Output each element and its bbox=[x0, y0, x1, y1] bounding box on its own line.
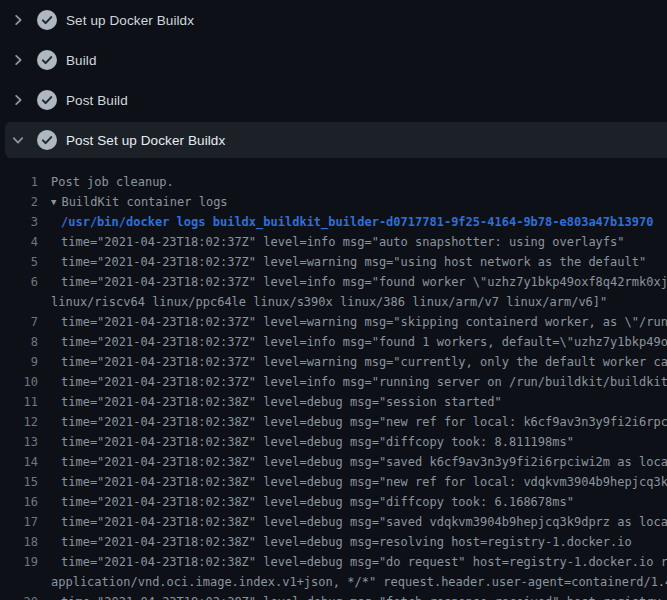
line-number[interactable]: 12 bbox=[0, 412, 38, 432]
log-row: 20 time="2021-04-23T18:02:38Z" level=deb… bbox=[0, 592, 667, 600]
log-row: 13 time="2021-04-23T18:02:38Z" level=deb… bbox=[0, 432, 667, 452]
log-text: linux/riscv64 linux/ppc64le linux/s390x … bbox=[38, 292, 607, 312]
log-row: 16 time="2021-04-23T18:02:38Z" level=deb… bbox=[0, 492, 667, 512]
line-number[interactable]: 19 bbox=[0, 552, 38, 572]
log-text: time="2021-04-23T18:02:37Z" level=info m… bbox=[38, 272, 667, 292]
log-row: 10 time="2021-04-23T18:02:37Z" level=inf… bbox=[0, 372, 667, 392]
chevron-right-icon bbox=[10, 12, 26, 28]
line-number[interactable]: 16 bbox=[0, 492, 38, 512]
check-circle-icon bbox=[37, 10, 57, 30]
step-label: Build bbox=[66, 53, 97, 68]
log-row: 2 ▼BuildKit container logs bbox=[0, 192, 667, 212]
check-circle-icon bbox=[37, 130, 57, 150]
step-row-build[interactable]: Build bbox=[0, 40, 667, 80]
log-row: 15 time="2021-04-23T18:02:38Z" level=deb… bbox=[0, 472, 667, 492]
log-row-wrap: linux/riscv64 linux/ppc64le linux/s390x … bbox=[0, 292, 667, 312]
log-row: 17 time="2021-04-23T18:02:38Z" level=deb… bbox=[0, 512, 667, 532]
line-number[interactable]: 15 bbox=[0, 472, 38, 492]
log-text: time="2021-04-23T18:02:37Z" level=warnin… bbox=[38, 352, 667, 372]
log-row: 14 time="2021-04-23T18:02:38Z" level=deb… bbox=[0, 452, 667, 472]
log-text: time="2021-04-23T18:02:38Z" level=debug … bbox=[38, 492, 574, 512]
log-row: 3 /usr/bin/docker logs buildx_buildkit_b… bbox=[0, 212, 667, 232]
chevron-down-icon bbox=[10, 132, 26, 148]
line-number[interactable]: 14 bbox=[0, 452, 38, 472]
log-text: time="2021-04-23T18:02:38Z" level=debug … bbox=[38, 512, 667, 532]
line-number[interactable]: 10 bbox=[0, 372, 38, 392]
line-number[interactable]: 17 bbox=[0, 512, 38, 532]
log-row: 4 time="2021-04-23T18:02:37Z" level=info… bbox=[0, 232, 667, 252]
line-number[interactable]: 4 bbox=[0, 232, 38, 252]
log-row: 11 time="2021-04-23T18:02:38Z" level=deb… bbox=[0, 392, 667, 412]
log-text: time="2021-04-23T18:02:38Z" level=debug … bbox=[38, 392, 502, 412]
line-number[interactable]: 20 bbox=[0, 592, 38, 600]
log-text: time="2021-04-23T18:02:38Z" level=debug … bbox=[38, 552, 667, 572]
line-number[interactable]: 7 bbox=[0, 312, 38, 332]
log-row: 19 time="2021-04-23T18:02:38Z" level=deb… bbox=[0, 552, 667, 572]
line-number[interactable]: 9 bbox=[0, 352, 38, 372]
log-text: time="2021-04-23T18:02:37Z" level=info m… bbox=[38, 332, 667, 352]
log-row: 5 time="2021-04-23T18:02:37Z" level=warn… bbox=[0, 252, 667, 272]
line-number[interactable]: 1 bbox=[0, 172, 38, 192]
line-number[interactable]: 18 bbox=[0, 532, 38, 552]
line-number[interactable] bbox=[0, 292, 38, 312]
log-text: time="2021-04-23T18:02:37Z" level=warnin… bbox=[38, 252, 646, 272]
line-number[interactable]: 5 bbox=[0, 252, 38, 272]
line-number[interactable]: 2 bbox=[0, 192, 38, 212]
log-command: /usr/bin/docker logs buildx_buildkit_bui… bbox=[38, 212, 653, 232]
log-text: time="2021-04-23T18:02:38Z" level=debug … bbox=[38, 452, 667, 472]
log-text: application/vnd.oci.image.index.v1+json,… bbox=[38, 572, 667, 592]
log-row: 12 time="2021-04-23T18:02:38Z" level=deb… bbox=[0, 412, 667, 432]
log-text: time="2021-04-23T18:02:37Z" level=warnin… bbox=[38, 312, 667, 332]
line-number[interactable]: 3 bbox=[0, 212, 38, 232]
log-row: 18 time="2021-04-23T18:02:38Z" level=deb… bbox=[0, 532, 667, 552]
line-number[interactable]: 8 bbox=[0, 332, 38, 352]
line-number[interactable]: 13 bbox=[0, 432, 38, 452]
log-group-toggle[interactable]: ▼BuildKit container logs bbox=[38, 192, 228, 212]
check-circle-icon bbox=[37, 90, 57, 110]
log-text: time="2021-04-23T18:02:37Z" level=info m… bbox=[38, 232, 625, 252]
log-text: Post job cleanup. bbox=[38, 172, 174, 192]
log-text: time="2021-04-23T18:02:38Z" level=debug … bbox=[38, 592, 667, 600]
line-number[interactable]: 11 bbox=[0, 392, 38, 412]
chevron-right-icon bbox=[10, 52, 26, 68]
log-row: 1 Post job cleanup. bbox=[0, 172, 667, 192]
step-row-post-set-up-docker-buildx[interactable]: Post Set up Docker Buildx bbox=[5, 122, 667, 158]
step-label: Post Build bbox=[66, 93, 128, 108]
chevron-right-icon bbox=[10, 92, 26, 108]
log-text: time="2021-04-23T18:02:38Z" level=debug … bbox=[38, 472, 667, 492]
group-caret-icon[interactable]: ▼ bbox=[51, 192, 56, 212]
log-row: 6 time="2021-04-23T18:02:37Z" level=info… bbox=[0, 272, 667, 292]
actions-log-view: Set up Docker Buildx Build bbox=[0, 0, 667, 600]
log-row-wrap: application/vnd.oci.image.index.v1+json,… bbox=[0, 572, 667, 592]
line-number[interactable] bbox=[0, 572, 38, 592]
step-label: Post Set up Docker Buildx bbox=[66, 133, 225, 148]
check-circle-icon bbox=[37, 50, 57, 70]
steps-list: Set up Docker Buildx Build bbox=[0, 0, 667, 158]
log-text: time="2021-04-23T18:02:38Z" level=debug … bbox=[38, 412, 667, 432]
log-row: 7 time="2021-04-23T18:02:37Z" level=warn… bbox=[0, 312, 667, 332]
log-text: time="2021-04-23T18:02:38Z" level=debug … bbox=[38, 432, 574, 452]
line-number[interactable]: 6 bbox=[0, 272, 38, 292]
step-row-post-build[interactable]: Post Build bbox=[0, 80, 667, 120]
log-viewer: 1 Post job cleanup. 2 ▼BuildKit containe… bbox=[0, 160, 667, 600]
log-text: time="2021-04-23T18:02:38Z" level=debug … bbox=[38, 532, 632, 552]
step-row-set-up-docker-buildx[interactable]: Set up Docker Buildx bbox=[0, 0, 667, 40]
log-row: 9 time="2021-04-23T18:02:37Z" level=warn… bbox=[0, 352, 667, 372]
log-text: time="2021-04-23T18:02:37Z" level=info m… bbox=[38, 372, 667, 392]
log-row: 8 time="2021-04-23T18:02:37Z" level=info… bbox=[0, 332, 667, 352]
step-label: Set up Docker Buildx bbox=[66, 13, 194, 28]
